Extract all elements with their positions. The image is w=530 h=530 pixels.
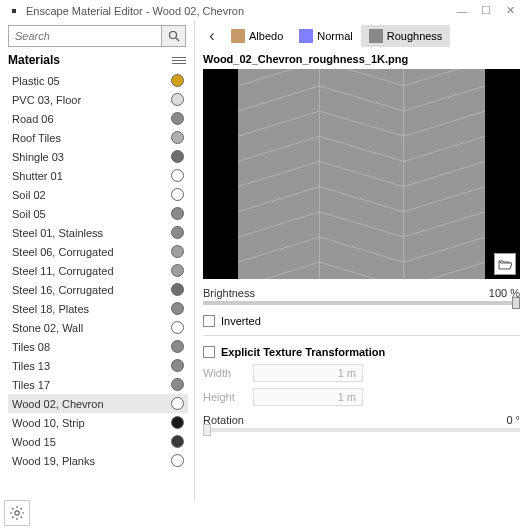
material-item[interactable]: Wood 19, Planks bbox=[8, 451, 188, 470]
material-swatch-icon bbox=[171, 359, 184, 372]
search-icon bbox=[168, 30, 180, 42]
chevron-pattern-icon bbox=[238, 69, 485, 279]
material-item[interactable]: Steel 11, Corrugated bbox=[8, 261, 188, 280]
material-label: Roof Tiles bbox=[12, 132, 171, 144]
material-label: Wood 10, Strip bbox=[12, 417, 171, 429]
material-item[interactable]: Soil 05 bbox=[8, 204, 188, 223]
tab-label: Roughness bbox=[387, 30, 443, 42]
material-label: Steel 06, Corrugated bbox=[12, 246, 171, 258]
maximize-button[interactable]: ☐ bbox=[474, 4, 498, 17]
search-input[interactable] bbox=[9, 26, 161, 46]
material-label: Wood 19, Planks bbox=[12, 455, 171, 467]
open-file-button[interactable] bbox=[494, 253, 516, 275]
map-tab[interactable]: Normal bbox=[291, 25, 360, 47]
material-item[interactable]: Shutter 01 bbox=[8, 166, 188, 185]
map-tab[interactable]: Albedo bbox=[223, 25, 291, 47]
detail-panel: ‹ AlbedoNormalRoughness Wood_02_Chevron_… bbox=[195, 21, 530, 501]
material-item[interactable]: Road 06 bbox=[8, 109, 188, 128]
material-label: PVC 03, Floor bbox=[12, 94, 171, 106]
width-field[interactable]: 1 m bbox=[253, 364, 363, 382]
materials-list[interactable]: Plastic 05PVC 03, FloorRoad 06Roof Tiles… bbox=[8, 71, 194, 501]
material-swatch-icon bbox=[171, 454, 184, 467]
svg-line-12 bbox=[21, 508, 23, 510]
material-label: Steel 16, Corrugated bbox=[12, 284, 171, 296]
material-swatch-icon bbox=[171, 226, 184, 239]
rotation-value: 0 ° bbox=[506, 414, 520, 426]
close-button[interactable]: ✕ bbox=[498, 4, 522, 17]
settings-button[interactable] bbox=[4, 500, 30, 526]
width-label: Width bbox=[203, 367, 253, 379]
brightness-label: Brightness bbox=[203, 287, 489, 299]
svg-line-9 bbox=[12, 508, 14, 510]
svg-point-0 bbox=[169, 32, 176, 39]
material-item[interactable]: Steel 06, Corrugated bbox=[8, 242, 188, 261]
map-tab[interactable]: Roughness bbox=[361, 25, 451, 47]
svg-point-4 bbox=[15, 511, 19, 515]
search-box bbox=[8, 25, 186, 47]
gear-icon bbox=[9, 505, 25, 521]
search-button[interactable] bbox=[161, 26, 185, 46]
checkbox-icon bbox=[203, 346, 215, 358]
material-swatch-icon bbox=[171, 416, 184, 429]
material-label: Tiles 13 bbox=[12, 360, 171, 372]
explicit-transform-checkbox[interactable]: Explicit Texture Transformation bbox=[203, 346, 520, 358]
material-swatch-icon bbox=[171, 264, 184, 277]
material-label: Tiles 17 bbox=[12, 379, 171, 391]
material-label: Soil 02 bbox=[12, 189, 171, 201]
height-label: Height bbox=[203, 391, 253, 403]
tab-swatch-icon bbox=[231, 29, 245, 43]
material-item[interactable]: Plastic 05 bbox=[8, 71, 188, 90]
height-field[interactable]: 1 m bbox=[253, 388, 363, 406]
svg-line-10 bbox=[21, 517, 23, 519]
tab-label: Albedo bbox=[249, 30, 283, 42]
minimize-button[interactable]: — bbox=[450, 5, 474, 17]
folder-open-icon bbox=[498, 258, 512, 270]
materials-header: Materials bbox=[8, 53, 172, 67]
material-item[interactable]: Tiles 17 bbox=[8, 375, 188, 394]
material-label: Shutter 01 bbox=[12, 170, 171, 182]
rotation-label: Rotation bbox=[203, 414, 506, 426]
svg-line-11 bbox=[12, 517, 14, 519]
tab-swatch-icon bbox=[299, 29, 313, 43]
material-swatch-icon bbox=[171, 302, 184, 315]
back-button[interactable]: ‹ bbox=[203, 27, 221, 45]
material-swatch-icon bbox=[171, 188, 184, 201]
material-swatch-icon bbox=[171, 150, 184, 163]
material-label: Wood 15 bbox=[12, 436, 171, 448]
material-label: Steel 01, Stainless bbox=[12, 227, 171, 239]
material-item[interactable]: Wood 10, Strip bbox=[8, 413, 188, 432]
material-swatch-icon bbox=[171, 321, 184, 334]
material-swatch-icon bbox=[171, 93, 184, 106]
material-item[interactable]: Steel 01, Stainless bbox=[8, 223, 188, 242]
material-label: Shingle 03 bbox=[12, 151, 171, 163]
materials-menu-icon[interactable] bbox=[172, 57, 186, 64]
brightness-slider[interactable] bbox=[203, 301, 520, 305]
material-swatch-icon bbox=[171, 207, 184, 220]
material-item[interactable]: Tiles 08 bbox=[8, 337, 188, 356]
material-label: Tiles 08 bbox=[12, 341, 171, 353]
material-swatch-icon bbox=[171, 131, 184, 144]
material-item[interactable]: Shingle 03 bbox=[8, 147, 188, 166]
svg-line-1 bbox=[176, 38, 179, 41]
rotation-slider[interactable] bbox=[203, 428, 520, 432]
tab-label: Normal bbox=[317, 30, 352, 42]
material-item[interactable]: Stone 02, Wall bbox=[8, 318, 188, 337]
inverted-checkbox[interactable]: Inverted bbox=[203, 315, 520, 327]
material-label: Road 06 bbox=[12, 113, 171, 125]
material-swatch-icon bbox=[171, 283, 184, 296]
texture-filename: Wood_02_Chevron_roughness_1K.png bbox=[203, 53, 520, 65]
material-item[interactable]: PVC 03, Floor bbox=[8, 90, 188, 109]
material-item[interactable]: Steel 16, Corrugated bbox=[8, 280, 188, 299]
material-swatch-icon bbox=[171, 74, 184, 87]
material-item[interactable]: Steel 18, Plates bbox=[8, 299, 188, 318]
material-label: Steel 18, Plates bbox=[12, 303, 171, 315]
material-item[interactable]: Tiles 13 bbox=[8, 356, 188, 375]
material-item[interactable]: Wood 15 bbox=[8, 432, 188, 451]
material-item[interactable]: Roof Tiles bbox=[8, 128, 188, 147]
material-item[interactable]: Wood 02, Chevron bbox=[8, 394, 188, 413]
material-item[interactable]: Soil 02 bbox=[8, 185, 188, 204]
material-label: Stone 02, Wall bbox=[12, 322, 171, 334]
material-swatch-icon bbox=[171, 340, 184, 353]
tab-swatch-icon bbox=[369, 29, 383, 43]
material-swatch-icon bbox=[171, 378, 184, 391]
